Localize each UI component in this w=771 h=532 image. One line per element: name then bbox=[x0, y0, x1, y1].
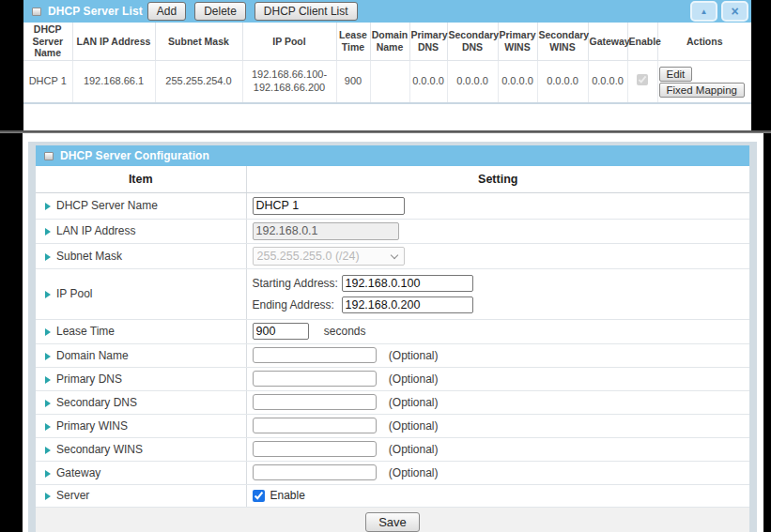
row-dhcp-server-name: DHCP Server Name bbox=[36, 192, 749, 219]
row-lan-ip: LAN IP Address bbox=[36, 219, 749, 243]
row-server: Server Enable bbox=[36, 484, 749, 507]
lease-time-input[interactable] bbox=[253, 323, 309, 340]
cell-lease-time: 900 bbox=[336, 60, 370, 103]
cell-gateway: 0.0.0.0 bbox=[588, 60, 627, 103]
screen: DHCP Server List Add Delete DHCP Client … bbox=[0, 0, 771, 532]
secondary-wins-input[interactable] bbox=[253, 441, 377, 457]
edit-button[interactable]: Edit bbox=[659, 67, 693, 82]
bullet-icon bbox=[45, 447, 51, 454]
secondary-dns-label: Secondary DNS bbox=[56, 396, 137, 409]
dhcp-config-page: DHCP Server Configuration Item Setting D… bbox=[23, 133, 763, 532]
row-secondary-wins: Secondary WINS (Optional) bbox=[36, 437, 749, 461]
starting-address-label: Starting Address: bbox=[253, 277, 342, 290]
panel-box-icon bbox=[44, 152, 54, 160]
primary-wins-label: Primary WINS bbox=[56, 419, 128, 433]
dhcp-server-table: DHCP Server Name LAN IP Address Subnet M… bbox=[23, 23, 751, 104]
bullet-icon bbox=[45, 493, 51, 500]
col-ip-pool: IP Pool bbox=[242, 23, 336, 60]
dhcp-server-name-label: DHCP Server Name bbox=[56, 199, 158, 212]
col-lease-time: Lease Time bbox=[336, 23, 370, 60]
server-enable-label: Enable bbox=[270, 489, 305, 502]
setting-header: Setting bbox=[246, 166, 749, 192]
primary-dns-optional-note: (Optional) bbox=[389, 372, 439, 386]
server-enable-checkbox[interactable] bbox=[253, 490, 265, 502]
dhcp-config-titlebar: DHCP Server Configuration bbox=[36, 145, 749, 166]
dhcp-client-list-button[interactable]: DHCP Client List bbox=[254, 2, 358, 21]
ending-address-input[interactable] bbox=[342, 296, 473, 313]
gateway-label: Gateway bbox=[56, 466, 100, 479]
domain-name-label: Domain Name bbox=[56, 349, 129, 362]
bullet-icon bbox=[45, 470, 51, 478]
cell-primary-wins: 0.0.0.0 bbox=[498, 60, 537, 103]
cell-domain-name bbox=[370, 60, 409, 103]
col-secondary-dns: Secondary DNS bbox=[447, 23, 498, 60]
dhcp-list-title: DHCP Server List bbox=[48, 5, 143, 18]
subnet-mask-select: 255.255.255.0 (/24) bbox=[253, 247, 405, 266]
lease-time-label: Lease Time bbox=[56, 325, 115, 338]
bullet-icon bbox=[45, 328, 51, 336]
primary-wins-input[interactable] bbox=[253, 418, 377, 433]
col-lan-ip: LAN IP Address bbox=[72, 23, 155, 60]
subnet-mask-label: Subnet Mask bbox=[56, 250, 122, 263]
panel-box-icon bbox=[32, 8, 41, 16]
primary-dns-input[interactable] bbox=[253, 371, 377, 387]
gateway-optional-note: (Optional) bbox=[389, 466, 439, 479]
col-subnet-mask: Subnet Mask bbox=[155, 23, 242, 60]
lan-ip-label: LAN IP Address bbox=[56, 224, 136, 237]
row-primary-wins: Primary WINS (Optional) bbox=[36, 414, 749, 437]
cell-primary-dns: 0.0.0.0 bbox=[409, 60, 447, 103]
domain-name-optional-note: (Optional) bbox=[389, 349, 439, 362]
ip-pool-label: IP Pool bbox=[56, 287, 92, 300]
row-gateway: Gateway (Optional) bbox=[36, 461, 749, 484]
secondary-wins-label: Secondary WINS bbox=[56, 443, 143, 456]
item-header: Item bbox=[36, 166, 246, 192]
bullet-icon bbox=[45, 253, 51, 261]
row-lease-time: Lease Time seconds bbox=[36, 319, 749, 343]
cell-lan-ip: 192.168.66.1 bbox=[72, 60, 155, 103]
secondary-dns-input[interactable] bbox=[253, 394, 377, 410]
domain-name-input[interactable] bbox=[253, 347, 377, 363]
config-footer: Save bbox=[36, 508, 749, 532]
collapse-icon[interactable]: ▲ bbox=[690, 1, 717, 22]
dhcp-list-titlebar: DHCP Server List Add Delete DHCP Client … bbox=[23, 0, 751, 23]
bullet-icon bbox=[45, 423, 51, 431]
cell-secondary-dns: 0.0.0.0 bbox=[447, 60, 498, 103]
col-enable: Enable bbox=[627, 23, 657, 60]
bullet-icon bbox=[45, 353, 51, 360]
save-button[interactable]: Save bbox=[365, 512, 420, 532]
row-secondary-dns: Secondary DNS (Optional) bbox=[36, 390, 749, 414]
col-secondary-wins: Secondary WINS bbox=[537, 23, 588, 60]
primary-wins-optional-note: (Optional) bbox=[389, 419, 439, 433]
ending-address-label: Ending Address: bbox=[253, 298, 342, 312]
starting-address-input[interactable] bbox=[342, 275, 473, 292]
enable-checkbox-disabled bbox=[637, 74, 648, 85]
dhcp-config-table: Item Setting DHCP Server Name LAN IP Add… bbox=[36, 166, 749, 508]
secondary-dns-optional-note: (Optional) bbox=[389, 396, 439, 409]
delete-button[interactable]: Delete bbox=[194, 2, 246, 21]
col-gateway: Gateway bbox=[588, 23, 627, 60]
lan-ip-input bbox=[253, 222, 399, 240]
bullet-icon bbox=[45, 376, 51, 384]
fixed-mapping-button[interactable]: Fixed Mapping bbox=[659, 83, 745, 98]
gateway-input[interactable] bbox=[253, 464, 377, 480]
bullet-icon bbox=[45, 228, 51, 236]
row-domain-name: Domain Name (Optional) bbox=[36, 343, 749, 367]
secondary-wins-optional-note: (Optional) bbox=[389, 443, 439, 456]
primary-dns-label: Primary DNS bbox=[56, 372, 122, 386]
table-header-row: DHCP Server Name LAN IP Address Subnet M… bbox=[23, 23, 751, 60]
cell-actions: Edit Fixed Mapping bbox=[657, 60, 751, 103]
cell-server-name: DHCP 1 bbox=[23, 60, 72, 103]
row-primary-dns: Primary DNS (Optional) bbox=[36, 367, 749, 390]
col-primary-dns: Primary DNS bbox=[409, 23, 447, 60]
bullet-icon bbox=[45, 400, 51, 407]
close-icon[interactable]: × bbox=[721, 1, 748, 22]
ip-pool-start: 192.168.66.100- bbox=[252, 68, 327, 80]
server-label: Server bbox=[56, 489, 89, 502]
cell-enable bbox=[627, 60, 657, 103]
col-primary-wins: Primary WINS bbox=[498, 23, 537, 60]
col-actions: Actions bbox=[657, 23, 751, 60]
dhcp-server-name-input[interactable] bbox=[253, 197, 405, 215]
ip-pool-end: 192.168.66.200 bbox=[254, 82, 325, 93]
bullet-icon bbox=[45, 203, 51, 210]
add-button[interactable]: Add bbox=[147, 2, 186, 21]
